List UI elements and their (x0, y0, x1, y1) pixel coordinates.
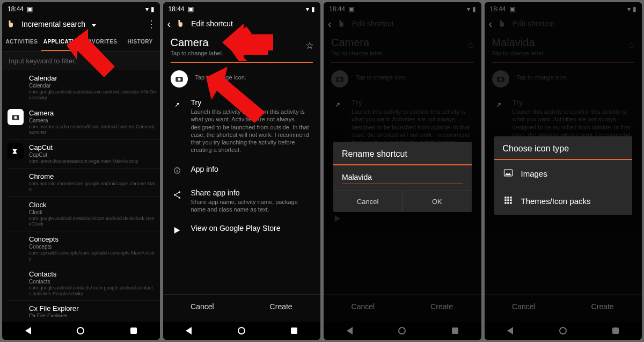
create-button[interactable]: Create (241, 295, 320, 318)
nav-back-icon[interactable] (186, 327, 192, 334)
app-title: Chrome (29, 172, 157, 180)
screen-4-choose-icon-dialog: 18:44 ▣ ▾▮ ‹ Edit shortcut Malavida Tap … (485, 2, 642, 340)
launch-icon: ↗ (171, 98, 184, 111)
app-info-row[interactable]: ⓘ App info (163, 159, 321, 183)
svg-point-7 (179, 197, 180, 199)
option-packs-label: Themes/Icon packs (521, 197, 591, 206)
list-item[interactable]: Clock Clock com.google.android.deskclock… (6, 197, 160, 232)
camera-icon (8, 109, 24, 125)
cancel-button[interactable]: Cancel (163, 295, 242, 318)
accent-divider (333, 164, 472, 165)
app-launcher-icon[interactable] (6, 19, 16, 29)
overflow-menu-icon[interactable]: ⋮ (147, 18, 156, 30)
nav-home-icon[interactable] (238, 327, 245, 334)
nav-home-icon[interactable] (77, 327, 84, 334)
accent-divider (171, 62, 313, 63)
app-title: Cx File Explorer (29, 304, 157, 312)
app-package: com.tophatch.concepts/com.tophatch.conce… (29, 250, 157, 262)
annotation-arrow-label (222, 18, 276, 61)
dialog-buttons: Cancel OK (333, 191, 472, 212)
dialog-ok-button[interactable]: OK (402, 191, 471, 212)
svg-rect-24 (510, 197, 511, 198)
app-subtitle: Camera (29, 118, 157, 123)
screen-2-edit-shortcut: 18:44 ▣ ▾▮ ‹ Edit shortcut Camera Tap to… (163, 2, 321, 340)
chevron-down-icon[interactable] (92, 24, 96, 27)
list-item[interactable]: Concepts Concepts com.tophatch.concepts/… (6, 231, 160, 266)
favorite-star-icon[interactable]: ☆ (305, 40, 314, 52)
nav-back-icon[interactable] (25, 327, 31, 334)
rename-dialog: Rename shortcut Malavida Cancel OK (333, 142, 472, 212)
share-row[interactable]: Share app info Share app name, activity … (163, 183, 321, 219)
tab-activities[interactable]: ACTIVITIES (2, 33, 41, 51)
list-item[interactable]: Cx File Explorer Cx File Explorer com.cx… (6, 301, 160, 317)
tab-history[interactable]: HISTORY (121, 33, 160, 51)
status-bar: 18:44 ▣ ▾ ▮ (2, 2, 160, 15)
app-title: Concepts (29, 235, 157, 243)
info-icon: ⓘ (171, 165, 184, 178)
option-icon-packs[interactable]: Themes/Icon packs (494, 187, 633, 215)
nav-bar (2, 322, 160, 340)
svg-rect-25 (504, 199, 506, 201)
screen-3-rename-dialog: 18:44 ▣ ▾▮ ‹ Edit shortcut Camera Tap to… (324, 2, 481, 340)
app-subtitle: Contacts (29, 279, 157, 285)
app-title: CapCut (29, 143, 138, 151)
svg-marker-2 (67, 29, 115, 77)
annotation-arrow-icon (201, 67, 270, 136)
list-item[interactable]: Contacts Contacts com.google.android.con… (6, 266, 160, 301)
choose-icon-dialog: Choose icon type Images Themes/Icon pack… (494, 136, 633, 215)
svg-marker-10 (206, 67, 265, 123)
nav-recent-icon[interactable] (291, 328, 297, 334)
screen-1-activities-list: 18:44 ▣ ▾ ▮ Incremental search ⋮ ACTIVIT… (2, 2, 160, 340)
app-title: Clock (29, 201, 157, 209)
play-store-row[interactable]: View on Google Play Store (163, 219, 321, 242)
status-right-icons: ▾ ▮ (145, 5, 155, 13)
image-icon (503, 168, 514, 180)
app-info-label: App info (191, 165, 218, 173)
app-title: Contacts (29, 270, 157, 278)
back-icon[interactable]: ‹ (167, 18, 171, 29)
share-label: Share app info (191, 188, 313, 197)
dialog-title: Choose icon type (494, 136, 633, 159)
app-package: com.android.chrome/com.google.android.ap… (29, 181, 157, 193)
nav-bar (163, 322, 321, 340)
app-title: Camera (29, 109, 157, 117)
app-package: com.motorola.odm.camera3/com.android.cam… (29, 124, 157, 136)
app-launcher-icon[interactable] (176, 19, 186, 28)
nav-recent-icon[interactable] (130, 328, 137, 334)
svg-rect-28 (504, 202, 506, 203)
share-description: Share app name, activity name, package n… (191, 198, 313, 214)
option-images[interactable]: Images (494, 160, 633, 187)
dialog-title: Rename shortcut (333, 149, 472, 164)
wifi-icon: ▾ (306, 5, 309, 13)
list-item[interactable]: Chrome com.android.chrome/com.google.and… (6, 169, 160, 197)
play-store-icon (171, 224, 184, 237)
svg-rect-29 (507, 202, 509, 203)
app-subtitle: CapCut (29, 152, 138, 158)
applications-list[interactable]: Calendar Calendar com.google.android.cal… (2, 70, 160, 317)
status-left-icon: ▣ (188, 5, 194, 13)
status-left-icon: ▣ (27, 5, 33, 13)
capcut-icon (8, 143, 24, 159)
svg-rect-27 (510, 199, 511, 201)
annotation-arrow-tabs (56, 29, 115, 99)
list-item[interactable]: CapCut CapCut com.lemon.lvoverseas/com.v… (6, 140, 160, 169)
toolbar-title[interactable]: Incremental search (21, 20, 85, 28)
app-package: com.google.android.deskclock/com.android… (29, 216, 157, 228)
svg-rect-22 (504, 197, 506, 198)
shortcut-icon (171, 70, 188, 88)
svg-point-5 (179, 191, 180, 193)
svg-rect-26 (507, 199, 509, 201)
dialog-cancel-button[interactable]: Cancel (333, 191, 402, 212)
rename-input[interactable]: Malavida (342, 173, 463, 184)
wifi-icon: ▾ (145, 5, 149, 13)
svg-point-4 (178, 78, 181, 81)
option-images-label: Images (521, 169, 547, 178)
share-icon (171, 188, 184, 201)
app-subtitle: Concepts (29, 244, 157, 250)
status-time: 18:44 (8, 5, 24, 13)
bottom-button-bar: Cancel Create (163, 294, 321, 318)
list-item[interactable]: Camera Camera com.motorola.odm.camera3/c… (6, 105, 160, 140)
app-subtitle: Clock (29, 209, 157, 215)
status-bar: 18:44 ▣ ▾▮ (163, 2, 321, 15)
battery-icon: ▮ (311, 5, 315, 13)
